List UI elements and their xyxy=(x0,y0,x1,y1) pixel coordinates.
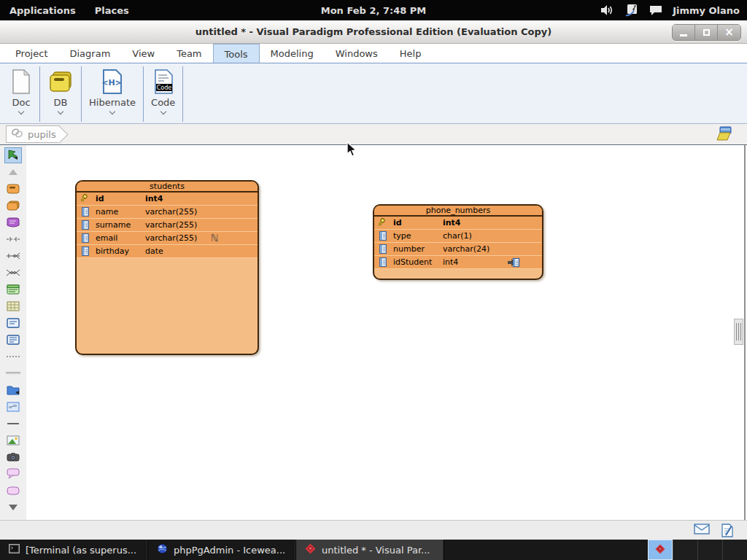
panel-collapse-handle[interactable] xyxy=(734,319,743,345)
diagram-overview-tool[interactable] xyxy=(4,399,22,415)
one-to-many-relationship-tool[interactable] xyxy=(4,248,22,264)
scroll-up-button[interactable] xyxy=(4,164,22,180)
screenshot-camera-tool[interactable] xyxy=(4,449,22,465)
menu-bar: Project Diagram View Team Tools Modeling… xyxy=(0,44,747,63)
window-titlebar: untitled * - Visual Paradigm Professiona… xyxy=(0,20,747,44)
grid-table-tool[interactable] xyxy=(4,298,22,314)
minimize-button[interactable] xyxy=(673,25,695,40)
places-menu[interactable]: Places xyxy=(85,0,139,20)
column-row: id int4 xyxy=(77,192,258,206)
package-folder-tool[interactable] xyxy=(4,382,22,398)
column-type: varchar(255) xyxy=(145,207,206,217)
menu-diagram[interactable]: Diagram xyxy=(58,44,121,63)
scroll-up-icon xyxy=(9,169,18,175)
message-icon[interactable] xyxy=(694,524,710,540)
breadcrumb-diagram-tab[interactable]: pupils xyxy=(6,125,60,143)
entity-phone-numbers[interactable]: phone_numbers id int4 type char(1) numbe… xyxy=(373,204,543,280)
menu-help[interactable]: Help xyxy=(389,44,433,63)
menu-project[interactable]: Project xyxy=(4,44,58,63)
volume-icon[interactable] xyxy=(600,4,614,16)
breadcrumb: pupils xyxy=(0,124,747,144)
workspace-3[interactable] xyxy=(697,540,722,560)
palette-separator-line xyxy=(4,416,22,432)
workspace-4[interactable] xyxy=(722,540,747,560)
column-type: int4 xyxy=(145,194,206,203)
stylus-input-icon[interactable] xyxy=(624,4,639,17)
visual-paradigm-icon xyxy=(305,543,316,556)
workspace-1[interactable] xyxy=(648,540,673,560)
code-button[interactable]: Code Code xyxy=(144,66,182,122)
user-menu[interactable]: Jimmy Olano xyxy=(673,5,740,16)
terminal-icon xyxy=(9,544,20,556)
column-row: type char(1) xyxy=(374,230,542,243)
column-row: name varchar(255) xyxy=(77,206,258,219)
column-type: varchar(24) xyxy=(443,244,504,254)
entity-alt-tool[interactable] xyxy=(4,198,22,214)
column-type: date xyxy=(145,246,206,256)
menu-windows[interactable]: Windows xyxy=(325,44,389,63)
entity-title: students xyxy=(77,182,258,192)
database-icon xyxy=(47,68,74,96)
browser-globe-icon xyxy=(157,543,168,556)
menu-tools[interactable]: Tools xyxy=(213,44,260,63)
image-tool[interactable] xyxy=(4,432,22,448)
column-icon xyxy=(80,233,90,243)
column-icon xyxy=(378,257,387,267)
log-edit-icon[interactable] xyxy=(721,524,734,540)
close-icon: × xyxy=(724,27,734,38)
scroll-down-icon xyxy=(9,505,18,510)
nullable-marker: ℕ xyxy=(211,233,218,243)
chat-icon[interactable] xyxy=(649,5,662,16)
panel-splitter[interactable] xyxy=(744,145,746,520)
stored-procedure-table-tool[interactable] xyxy=(4,281,22,298)
diagram-name: pupils xyxy=(28,129,56,140)
workspace-switcher xyxy=(648,540,747,560)
clock[interactable]: Mon Feb 2, 7:48 PM xyxy=(311,0,436,20)
entity-students[interactable]: students id int4 name varchar(255) surna… xyxy=(75,180,259,355)
rounded-rectangle-tool[interactable] xyxy=(4,483,22,499)
applications-menu[interactable]: Applications xyxy=(0,0,85,20)
column-row: id int4 xyxy=(374,217,542,230)
foreign-key-icon xyxy=(507,257,520,268)
db-button[interactable]: DB xyxy=(40,66,81,122)
column-type: int4 xyxy=(443,257,504,267)
taskbar-item-terminal[interactable]: [Terminal (as superus... xyxy=(0,540,148,560)
cursor-tool[interactable] xyxy=(4,147,22,163)
close-button[interactable]: × xyxy=(718,25,740,40)
menu-view[interactable]: View xyxy=(121,44,166,63)
chevron-down-icon xyxy=(18,109,24,114)
note-tool[interactable] xyxy=(4,315,22,331)
taskbar-item-visual-paradigm[interactable]: untitled * - Visual Par... xyxy=(296,540,444,560)
diagram-canvas[interactable]: students id int4 name varchar(255) surna… xyxy=(26,145,747,520)
taskbar-item-phppgadmin[interactable]: phpPgAdmin - Icewea... xyxy=(148,540,296,560)
entity-tool[interactable] xyxy=(4,181,22,197)
username: Jimmy Olano xyxy=(673,5,740,16)
maximize-button[interactable] xyxy=(695,25,718,40)
document-icon xyxy=(10,68,32,96)
workspace-2[interactable] xyxy=(673,540,697,560)
primary-key-icon xyxy=(80,194,90,203)
column-row: birthday date xyxy=(77,245,258,258)
column-type: char(1) xyxy=(443,231,504,241)
minimize-icon xyxy=(680,34,687,36)
note-alt-tool[interactable] xyxy=(4,332,22,348)
doc-button[interactable]: Doc xyxy=(3,66,39,122)
column-row: number varchar(24) xyxy=(374,243,542,256)
hibernate-button[interactable]: <H> Hibernate xyxy=(82,66,143,122)
column-row: email varchar(255) ℕ xyxy=(77,232,258,245)
scroll-down-button[interactable] xyxy=(4,499,22,516)
menu-modeling[interactable]: Modeling xyxy=(260,44,325,63)
menu-team[interactable]: Team xyxy=(166,44,212,63)
hibernate-icon: <H> xyxy=(101,68,124,96)
open-folder-icon[interactable] xyxy=(715,126,732,144)
column-name: surname xyxy=(96,220,145,230)
window-title: untitled * - Visual Paradigm Professiona… xyxy=(196,26,551,37)
column-type: varchar(255) xyxy=(145,220,206,230)
column-name: name xyxy=(96,207,145,217)
code-icon: Code xyxy=(152,68,174,96)
column-icon xyxy=(80,220,90,230)
callout-tool[interactable] xyxy=(4,466,22,482)
view-tool[interactable] xyxy=(4,214,22,230)
many-to-many-relationship-tool[interactable] xyxy=(4,265,22,281)
relationship-dashed-tool[interactable] xyxy=(4,231,22,247)
